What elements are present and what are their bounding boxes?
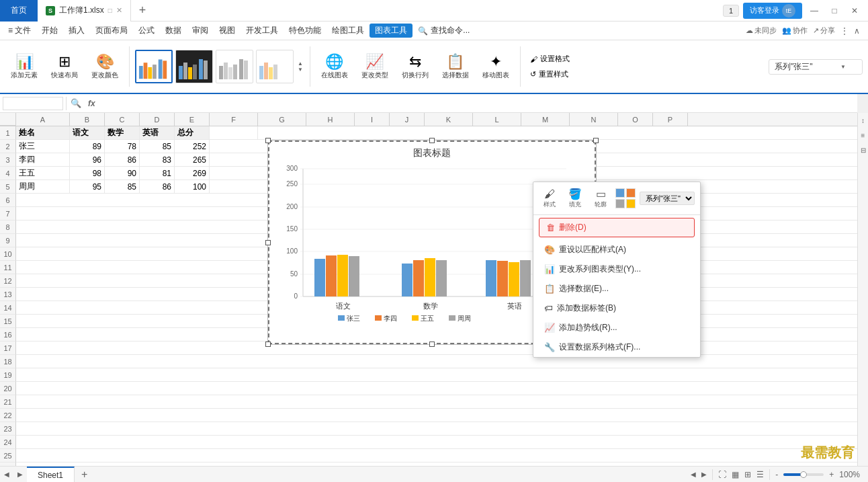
menu-developer[interactable]: 开发工具 (241, 24, 284, 38)
ribbon-toggle-btn[interactable]: ∧ (854, 26, 860, 36)
ctx-style-btn[interactable]: 🖌 样式 (539, 187, 560, 210)
cell-E3[interactable]: 265 (175, 153, 210, 167)
col-header-N[interactable]: N (570, 113, 618, 126)
ctx-series-select[interactable]: 系列"张三" (640, 192, 695, 205)
col-header-A[interactable]: A (16, 113, 70, 126)
col-header-B[interactable]: B (70, 113, 105, 126)
cell-A4[interactable]: 王五 (16, 167, 70, 180)
col-header-G[interactable]: G (258, 113, 306, 126)
cell-C3[interactable]: 86 (105, 153, 140, 167)
sidebar-icon-2[interactable]: ≡ (859, 130, 868, 140)
magnify-btn[interactable]: 🔍 (69, 98, 83, 108)
switch-rowcol-btn[interactable]: ⇆ 切换行列 (396, 52, 434, 81)
col-header-F[interactable]: F (210, 113, 258, 126)
cell-D3[interactable]: 83 (140, 153, 175, 167)
normal-view-btn[interactable]: ⊞ (744, 470, 751, 479)
col-header-D[interactable]: D (140, 113, 175, 126)
cell-B4[interactable]: 98 (70, 167, 105, 180)
online-chart-btn[interactable]: 🌐 在线图表 (316, 52, 353, 81)
ctx-select-data-btn[interactable]: 📋 选择数据(E)... (533, 279, 700, 298)
sheet-tab-nav-right[interactable]: ▶ (13, 471, 27, 478)
file-tab-close[interactable]: ✕ (116, 6, 122, 15)
cell-B3[interactable]: 96 (70, 153, 105, 167)
minimize-btn[interactable]: — (806, 3, 822, 19)
maximize-btn[interactable]: □ (826, 3, 842, 19)
ctx-reset-style-btn[interactable]: 🎨 重设以匹配样式(A) (533, 240, 700, 259)
menu-draw-tools[interactable]: 绘图工具 (327, 24, 370, 38)
quick-layout-btn[interactable]: ⊞ 快速布局 (46, 52, 83, 81)
col-header-M[interactable]: M (521, 113, 570, 126)
new-tab-btn[interactable]: + (131, 0, 155, 22)
change-color-btn[interactable]: 🎨 更改颜色 (86, 52, 124, 81)
menu-insert[interactable]: 插入 (63, 24, 90, 38)
cell-B5[interactable]: 95 (70, 180, 105, 194)
zoom-slider-thumb[interactable] (800, 471, 807, 478)
close-btn[interactable]: ✕ (847, 3, 863, 19)
col-header-L[interactable]: L (473, 113, 521, 126)
menu-home[interactable]: 开始 (36, 24, 63, 38)
add-element-btn[interactable]: 📊 添加元素 (5, 52, 43, 81)
select-data-btn[interactable]: 📋 选择数据 (437, 52, 474, 81)
cell-E1[interactable]: 总分 (175, 126, 210, 140)
ctx-add-trendline-btn[interactable]: 📈 添加趋势线(R)... (533, 318, 700, 337)
cell-B1[interactable]: 语文 (70, 126, 105, 140)
more-menu-btn[interactable]: ⋮ (840, 26, 849, 36)
cell-A1[interactable]: 姓名 (16, 126, 70, 140)
menu-chart-tools[interactable]: 图表工具 (370, 24, 413, 38)
cell-D5[interactable]: 86 (140, 180, 175, 194)
menu-view[interactable]: 视图 (214, 24, 241, 38)
cell-D4[interactable]: 81 (140, 167, 175, 180)
chart-handle-tl[interactable] (265, 138, 271, 143)
ctx-add-label-btn[interactable]: 🏷 添加数据标签(B) (533, 298, 700, 318)
col-header-C[interactable]: C (105, 113, 140, 126)
ctx-outline-btn[interactable]: ▭ 轮廓 (590, 186, 611, 210)
add-sheet-btn[interactable]: + (75, 469, 94, 481)
ctx-change-type-btn[interactable]: 📊 更改系列图表类型(Y)... (533, 259, 700, 279)
cell-C1[interactable]: 数学 (105, 126, 140, 140)
chart-handle-tr[interactable] (593, 138, 599, 143)
sync-btn[interactable]: ☁ 未同步 (746, 26, 777, 36)
ctx-set-series-format-btn[interactable]: 🔧 设置数据系列格式(F)... (533, 337, 700, 357)
series-dropdown[interactable]: 系列"张三" ▼ (769, 59, 863, 75)
cell-D1[interactable]: 英语 (140, 126, 175, 140)
sidebar-icon-1[interactable]: ↕ (859, 116, 868, 125)
collab-btn[interactable]: 👥 协作 (782, 26, 808, 36)
col-header-O[interactable]: O (618, 113, 653, 126)
formula-input[interactable] (101, 97, 855, 110)
share-btn[interactable]: ↗ 分享 (813, 26, 835, 36)
col-header-P[interactable]: P (653, 113, 688, 126)
cell-A3[interactable]: 李四 (16, 153, 70, 167)
grid-view-btn[interactable]: ▦ (732, 470, 739, 479)
ctx-fill-btn[interactable]: 🪣 填充 (564, 186, 586, 210)
col-header-K[interactable]: K (425, 113, 473, 126)
zoom-plus-btn[interactable]: + (829, 470, 834, 479)
cell-F1[interactable] (210, 126, 258, 140)
chart-preview-3[interactable] (216, 50, 253, 83)
cell-A2[interactable]: 张三 (16, 140, 70, 153)
chart-preview-4[interactable] (256, 50, 294, 83)
login-btn[interactable]: 访客登录 tE (743, 3, 802, 19)
home-tab[interactable]: 首页 (0, 0, 38, 22)
cell-E4[interactable]: 269 (175, 167, 210, 180)
chart-handle-ml[interactable] (265, 240, 271, 245)
chart-title[interactable]: 图表标题 (268, 140, 596, 159)
menu-special[interactable]: 特色功能 (284, 24, 327, 38)
cell-B2[interactable]: 89 (70, 140, 105, 153)
col-header-J[interactable]: J (390, 113, 425, 126)
menu-review[interactable]: 审阅 (187, 24, 214, 38)
cell-A5[interactable]: 周周 (16, 180, 70, 194)
sheet-tab-nav-left[interactable]: ◀ (0, 471, 13, 478)
col-header-H[interactable]: H (306, 113, 355, 126)
cell-D2[interactable]: 85 (140, 140, 175, 153)
chart-preview-scroll[interactable]: ▲ ▼ (296, 61, 304, 73)
zoom-slider[interactable] (783, 473, 824, 476)
reset-style-btn[interactable]: ↺ 重置样式 (526, 68, 574, 81)
chart-handle-tm[interactable] (429, 138, 435, 143)
menu-file[interactable]: ≡ 文件 (3, 24, 36, 38)
page-view-btn[interactable]: ☰ (756, 470, 764, 479)
sidebar-icon-3[interactable]: ⊟ (859, 145, 868, 155)
change-type-btn[interactable]: 📈 更改类型 (356, 52, 394, 81)
file-tab[interactable]: S 工作簿1.xlsx □ ✕ (38, 0, 131, 22)
zoom-minus-btn[interactable]: - (775, 470, 778, 479)
chart-preview-1[interactable] (135, 50, 173, 83)
